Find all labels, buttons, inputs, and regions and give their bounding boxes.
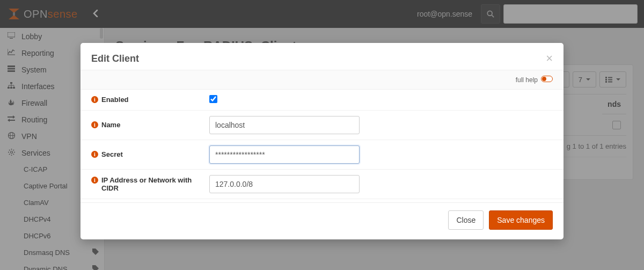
full-help-toggle[interactable] [541, 76, 553, 84]
close-button[interactable]: Close [448, 210, 484, 230]
enabled-checkbox[interactable] [209, 95, 217, 103]
svg-text:i: i [94, 122, 96, 128]
close-icon[interactable]: × [546, 53, 553, 64]
info-icon[interactable]: i [91, 121, 98, 130]
cidr-input[interactable] [209, 175, 360, 193]
secret-input[interactable] [209, 145, 360, 164]
svg-point-28 [542, 77, 546, 81]
field-label-name: Name [101, 121, 120, 129]
svg-text:i: i [94, 97, 96, 103]
info-icon[interactable]: i [91, 96, 98, 105]
modal-title: Edit Client [91, 53, 139, 64]
svg-text:i: i [94, 177, 96, 183]
edit-client-modal: Edit Client × full help i Enabled [80, 43, 564, 239]
info-icon[interactable]: i [91, 177, 98, 185]
field-label-secret: Secret [101, 150, 123, 158]
info-icon[interactable]: i [91, 151, 98, 159]
field-label-enabled: Enabled [101, 96, 129, 104]
name-input[interactable] [209, 116, 360, 134]
field-label-cidr: IP Address or Network with CIDR [101, 176, 209, 192]
save-button[interactable]: Save changes [489, 210, 553, 230]
full-help-label: full help [516, 76, 538, 84]
svg-text:i: i [94, 151, 96, 157]
